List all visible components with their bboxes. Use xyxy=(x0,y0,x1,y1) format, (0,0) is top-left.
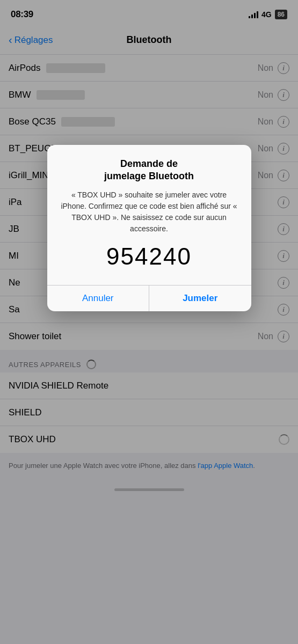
dialog-title: Demande dejumelage Bluetooth xyxy=(58,158,241,183)
dialog-message: « TBOX UHD » souhaite se jumeler avec vo… xyxy=(58,189,241,235)
pairing-code: 954240 xyxy=(58,243,241,270)
pair-button[interactable]: Jumeler xyxy=(149,286,251,311)
dialog-body: Demande dejumelage Bluetooth « TBOX UHD … xyxy=(47,145,251,285)
dialog-actions: Annuler Jumeler xyxy=(47,285,251,311)
cancel-button[interactable]: Annuler xyxy=(47,286,150,311)
overlay-backdrop: Demande dejumelage Bluetooth « TBOX UHD … xyxy=(0,0,298,644)
bluetooth-pairing-dialog: Demande dejumelage Bluetooth « TBOX UHD … xyxy=(47,145,251,311)
